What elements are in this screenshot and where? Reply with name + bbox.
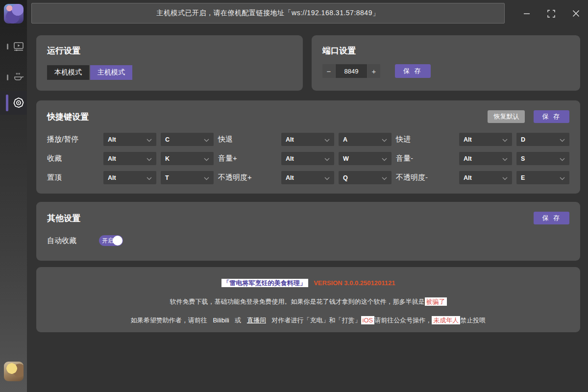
settings-page: 运行设置 本机模式 主机模式 端口设置 − 8849 + 保 存 快捷键设置 恢… [27,27,588,392]
sidebar [0,0,27,392]
other-save-button[interactable]: 保 存 [534,212,569,224]
panel-title: 运行设置 [47,45,292,56]
about-title-line: 「雷电将军烹饪的美食料理」 VERSION 3.0.0.2501201121 [47,279,569,288]
hotkey-label: 置顶 [47,173,99,182]
scam-warning-highlight: 被骗了 [425,297,447,306]
hotkey-grid: 播放/暂停 Alt C 快退 Alt A 快进 Alt D 收藏 Alt K 音… [47,133,569,184]
cooking-pan-icon [13,72,24,83]
chevron-down-icon [204,135,209,144]
chevron-down-icon [560,135,565,144]
about-panel: 「雷电将军烹饪的美食料理」 VERSION 3.0.0.2501201121 软… [36,267,580,332]
hotkey-label: 不透明度+ [218,173,277,182]
maximize-icon [547,10,555,18]
chevron-down-icon [147,154,152,163]
minimize-icon [523,10,530,17]
or-text: 或 [235,317,241,324]
version-text: VERSION 3.0.0.2501201121 [314,279,395,287]
bilibili-link[interactable]: Bilibili [213,317,229,324]
auto-favorite-label: 自动收藏 [47,236,99,245]
maximize-button[interactable] [539,3,564,24]
app-title-link[interactable]: 「雷电将军烹饪的美食料理」 [221,279,308,287]
close-icon [572,10,580,17]
chevron-down-icon [560,173,565,182]
settings-gear-icon [12,96,25,110]
app-avatar[interactable] [4,4,24,24]
chevron-down-icon [204,173,209,182]
other-settings-panel: 其他设置 保 存 自动收藏 开启 [36,202,580,261]
chevron-down-icon [382,173,387,182]
official-account-text: 请前往公众号操作， [374,317,432,324]
modifier-select[interactable]: Alt [281,171,334,184]
modifier-select[interactable]: Alt [459,171,512,184]
modifier-select[interactable]: Alt [103,171,156,184]
hotkeys-save-button[interactable]: 保 存 [534,110,569,123]
sidebar-item-player[interactable] [0,35,27,58]
panel-title: 端口设置 [322,45,569,56]
chevron-down-icon [324,154,330,163]
key-select[interactable]: D [516,133,569,146]
port-settings-panel: 端口设置 − 8849 + 保 存 [312,35,580,91]
key-select[interactable]: T [161,171,214,184]
port-decrease-button[interactable]: − [322,64,335,78]
user-avatar[interactable] [4,362,24,381]
modifier-select[interactable]: Alt [459,133,512,146]
key-select[interactable]: S [516,152,569,165]
auto-favorite-toggle[interactable]: 开启 [99,235,123,246]
modifier-select[interactable]: Alt [281,133,334,146]
chevron-down-icon [502,173,508,182]
about-free-line: 软件免费下载，基础功能免登录免费使用。如果你是花了钱才拿到的这个软件，那多半就是… [47,297,569,306]
chevron-down-icon [560,154,565,163]
no-feeding-text: 禁止投喂 [460,317,486,324]
hotkey-label: 收藏 [47,154,99,163]
panel-title: 其他设置 [47,213,80,224]
chevron-down-icon [502,135,508,144]
key-select[interactable]: K [161,152,214,165]
sidebar-item-settings[interactable] [0,91,27,115]
run-settings-panel: 运行设置 本机模式 主机模式 [36,35,303,91]
host-mode-button[interactable]: 主机模式 [90,65,132,80]
close-button[interactable] [564,3,588,24]
chevron-down-icon [324,173,330,182]
sidebar-item-cooking[interactable] [0,66,27,89]
modifier-select[interactable]: Alt [281,152,334,165]
key-select[interactable]: A [339,133,392,146]
modifier-select[interactable]: Alt [459,152,512,165]
port-value[interactable]: 8849 [336,64,367,78]
key-select[interactable]: Q [339,171,392,184]
hotkey-label: 音量+ [218,154,277,163]
hotkey-label: 播放/暂停 [47,135,99,144]
donate-text: 如果希望赞助作者，请前往 [131,317,207,324]
local-mode-button[interactable]: 本机模式 [47,65,89,80]
chevron-down-icon [382,154,387,163]
modifier-select[interactable]: Alt [103,152,156,165]
toggle-knob [113,236,122,245]
active-indicator [6,95,8,111]
key-select[interactable]: W [339,152,392,165]
key-select[interactable]: C [161,133,214,146]
nav-indicator [7,44,8,49]
live-room-link[interactable]: 直播间 [247,317,266,324]
modifier-select[interactable]: Alt [103,133,156,146]
chevron-down-icon [324,135,330,144]
titlebar: 主机模式已开启，请在僚机配置链接地址「ws://192.168.31.57:88… [27,0,588,27]
free-notice-text: 软件免费下载，基础功能免登录免费使用。如果你是花了钱才拿到的这个软件，那多半就是 [170,298,425,305]
panel-title: 快捷键设置 [47,111,89,122]
about-donate-line: 如果希望赞助作者，请前往 Bilibili 或 直播间 对作者进行「充电」和「打… [47,316,569,325]
host-mode-notification: 主机模式已开启，请在僚机配置链接地址「ws://192.168.31.57:88… [31,3,505,24]
port-save-button[interactable]: 保 存 [395,64,431,78]
port-stepper: − 8849 + [322,64,380,78]
hotkey-settings-panel: 快捷键设置 恢复默认 保 存 播放/暂停 Alt C 快退 Alt A 快进 A… [36,100,580,194]
minimize-button[interactable] [514,3,539,24]
mode-switcher: 本机模式 主机模式 [47,65,292,80]
restore-defaults-button[interactable]: 恢复默认 [488,110,525,123]
ios-highlight: iOS [361,316,375,324]
chevron-down-icon [382,135,387,144]
video-player-icon [13,41,24,52]
notification-text: 主机模式已开启，请在僚机配置链接地址「ws://192.168.31.57:88… [157,9,380,18]
window-controls [514,0,588,27]
chevron-down-icon [147,135,152,144]
chevron-down-icon [502,154,508,163]
charge-text: 对作者进行「充电」和「打赏」 [272,317,361,324]
key-select[interactable]: E [516,171,569,184]
port-increase-button[interactable]: + [368,64,380,78]
